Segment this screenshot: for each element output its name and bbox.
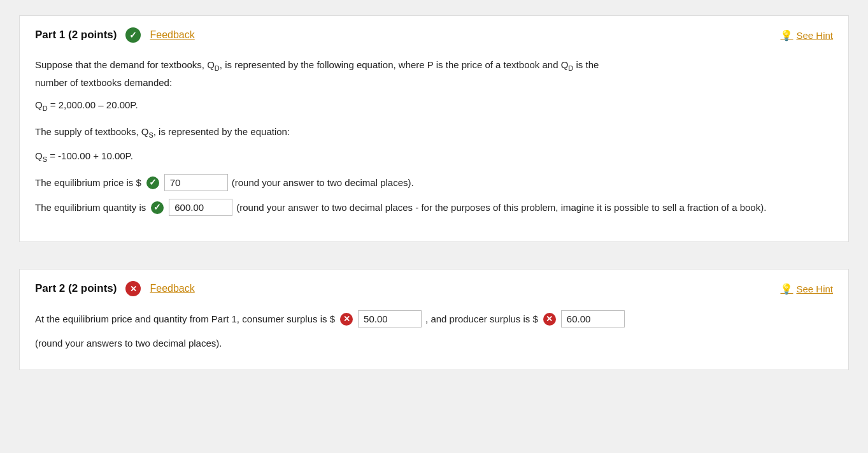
part2-section: Part 2 (2 points) Feedback 💡 See Hint At… (19, 269, 849, 370)
part1-content: Suppose that the demand for textbooks, Q… (35, 57, 833, 216)
part1-see-hint[interactable]: 💡 See Hint (780, 29, 833, 41)
part2-title: Part 2 (2 points) (35, 282, 117, 295)
part2-lightbulb-icon: 💡 (780, 283, 793, 295)
lightbulb-icon: 💡 (780, 29, 793, 41)
part1-header-left: Part 1 (2 points) Feedback (35, 27, 195, 43)
eq-price-row: The equilibrium price is $ (round your a… (35, 174, 833, 191)
cs-incorrect-icon (340, 313, 353, 326)
eq-qty-note: (round your answer to two decimal places… (236, 199, 766, 216)
part2-header-left: Part 2 (2 points) Feedback (35, 281, 195, 296)
part1-feedback-link[interactable]: Feedback (150, 29, 194, 41)
eq-qty-row: The equilibrium quantity is (round your … (35, 199, 833, 216)
part2-note: (round your answers to two decimal place… (35, 335, 833, 352)
eq-qty-label: The equilibrium quantity is (35, 199, 146, 216)
cs-label-pre: At the equilibrium price and quantity fr… (35, 311, 335, 327)
supply-equation: QS = -100.00 + 10.00P. (35, 148, 833, 166)
part1-title: Part 1 (2 points) (35, 29, 117, 41)
surplus-row: At the equilibrium price and quantity fr… (35, 310, 833, 327)
price-correct-icon (146, 176, 159, 189)
part2-see-hint[interactable]: 💡 See Hint (780, 283, 833, 295)
eq-price-input[interactable] (164, 174, 228, 191)
ps-incorrect-icon (543, 313, 556, 326)
demand-equation: QD = 2,000.00 – 20.00P. (35, 97, 833, 115)
part1-section: Part 1 (2 points) Feedback 💡 See Hint Su… (19, 15, 849, 242)
part1-header: Part 1 (2 points) Feedback 💡 See Hint (35, 27, 833, 43)
supply-sub: S (148, 131, 153, 139)
cs-input[interactable] (358, 310, 422, 327)
ps-input[interactable] (561, 310, 625, 327)
eq-price-label: The equilibrium price is $ (35, 175, 141, 191)
part1-intro-paragraph: Suppose that the demand for textbooks, Q… (35, 57, 833, 90)
part2-header: Part 2 (2 points) Feedback 💡 See Hint (35, 281, 833, 296)
qd-subscript1: D (215, 64, 220, 72)
part1-correct-icon (125, 27, 141, 43)
supply-intro-paragraph: The supply of textbooks, QS, is represen… (35, 124, 833, 141)
eq-qty-input[interactable] (169, 199, 232, 216)
demand-sub: D (43, 104, 48, 112)
cs-label-mid: , and producer surplus is $ (425, 311, 538, 327)
part2-feedback-link[interactable]: Feedback (150, 283, 194, 294)
part2-content: At the equilibrium price and quantity fr… (35, 310, 833, 352)
eq-price-note: (round your answer to two decimal places… (232, 175, 414, 191)
part2-incorrect-icon (125, 281, 141, 296)
supply-eq-sub: S (43, 155, 47, 163)
qty-correct-icon (151, 201, 164, 214)
